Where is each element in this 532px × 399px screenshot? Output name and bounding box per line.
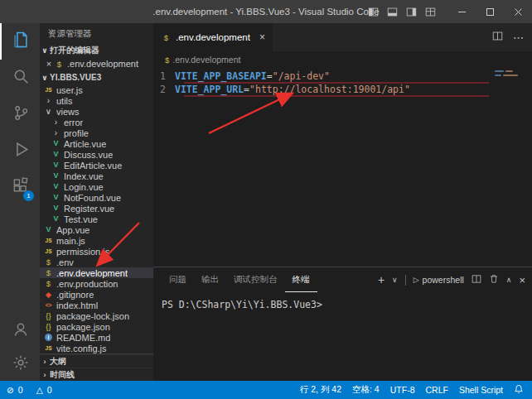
errors-count: 0 bbox=[18, 385, 23, 395]
tree-item-permission-js[interactable]: JSpermission.js bbox=[40, 246, 153, 257]
open-editors-header[interactable]: ∨ 打开的编辑器 bbox=[40, 43, 153, 57]
tab-close-icon[interactable]: × bbox=[259, 31, 265, 43]
activity-bar: 1 bbox=[0, 23, 40, 381]
activity-source-control[interactable] bbox=[0, 96, 40, 132]
tree-item-Discuss-vue[interactable]: VDiscuss.vue bbox=[40, 149, 153, 160]
split-editor-icon[interactable] bbox=[492, 31, 503, 44]
js-icon: JS bbox=[43, 246, 54, 257]
problems-indicator[interactable]: ⊘ 0 △ 0 bbox=[7, 385, 52, 395]
tree-item-profile[interactable]: ›profile bbox=[40, 127, 153, 138]
tree-item-utils[interactable]: ›utils bbox=[40, 95, 153, 106]
minimize-button[interactable] bbox=[447, 0, 476, 23]
env-file-icon: $ bbox=[161, 32, 172, 43]
tree-item--env-development[interactable]: $.env.development bbox=[40, 267, 153, 278]
vue-icon: V bbox=[51, 214, 61, 224]
toggle-sidebar-icon[interactable] bbox=[368, 7, 379, 17]
new-terminal-icon[interactable]: + bbox=[378, 273, 384, 286]
tree-item-views[interactable]: ∨views bbox=[40, 106, 153, 117]
file-label: error bbox=[64, 118, 83, 127]
file-label: Index.vue bbox=[64, 171, 104, 181]
code-line-2[interactable]: 2VITE_APP_URL="http://localhost:19001/ap… bbox=[153, 83, 532, 96]
tree-item-user-js[interactable]: JSuser.js bbox=[40, 84, 153, 95]
file-label: Register.vue bbox=[64, 204, 114, 214]
tree-item-vite-config-js[interactable]: JSvite.config.js bbox=[40, 343, 153, 353]
tree-item--env[interactable]: $.env bbox=[40, 257, 153, 267]
panel-tab-调试控制台[interactable]: 调试控制台 bbox=[226, 267, 285, 292]
cursor-position[interactable]: 行 2, 列 42 bbox=[300, 384, 341, 396]
panel-tab-输出[interactable]: 输出 bbox=[194, 267, 226, 292]
maximize-button[interactable] bbox=[476, 0, 504, 23]
errors-icon: ⊘ bbox=[7, 385, 14, 395]
outline-section[interactable]: › 大纲 bbox=[40, 354, 153, 368]
tree-item--env-production[interactable]: $.env.production bbox=[40, 278, 153, 289]
tree-item-package-lock-json[interactable]: {}package-lock.json bbox=[40, 310, 153, 321]
file-label: .env.production bbox=[56, 279, 118, 289]
minimap[interactable] bbox=[495, 70, 530, 79]
tree-item-App-vue[interactable]: VApp.vue bbox=[40, 224, 153, 235]
activity-run-debug[interactable] bbox=[0, 132, 40, 169]
tree-item-main-js[interactable]: JSmain.js bbox=[40, 235, 153, 246]
notifications-bell-icon[interactable] bbox=[514, 384, 524, 396]
eol-sequence[interactable]: CRLF bbox=[425, 385, 447, 395]
terminal-shell-selector[interactable]: ▷ powershell bbox=[414, 275, 464, 285]
tree-item-README-md[interactable]: iREADME.md bbox=[40, 332, 153, 343]
vue-icon: V bbox=[51, 181, 61, 192]
panel-tab-问题[interactable]: 问题 bbox=[162, 267, 194, 292]
close-button[interactable] bbox=[504, 0, 532, 23]
toggle-secondary-sidebar-icon[interactable] bbox=[406, 7, 417, 17]
tree-item-Register-vue[interactable]: VRegister.vue bbox=[40, 203, 153, 214]
file-label: Discuss.vue bbox=[64, 150, 113, 160]
code-line-1[interactable]: 1VITE_APP_BASEAPI="/api-dev" bbox=[153, 70, 532, 83]
project-root-header[interactable]: ∨ YI.BBS.VUE3 bbox=[40, 70, 153, 84]
status-bar: ⊘ 0 △ 0 行 2, 列 42 空格: 4 UTF-8 CRLF Shell… bbox=[0, 381, 532, 399]
breadcrumb[interactable]: $ .env.development bbox=[153, 51, 532, 68]
tree-item-EditArticle-vue[interactable]: VEditArticle.vue bbox=[40, 160, 153, 171]
tree-item-package-json[interactable]: {}package.json bbox=[40, 321, 153, 332]
encoding[interactable]: UTF-8 bbox=[390, 385, 415, 395]
file-label: package-lock.json bbox=[56, 311, 129, 321]
chevron-right-icon: › bbox=[43, 95, 54, 106]
tree-item-Article-vue[interactable]: VArticle.vue bbox=[40, 138, 153, 149]
timeline-section[interactable]: › 时间线 bbox=[40, 368, 153, 381]
tree-item--gitignore[interactable]: ◆.gitignore bbox=[40, 289, 153, 300]
split-terminal-icon[interactable] bbox=[472, 274, 481, 286]
panel-tab-终端[interactable]: 终端 bbox=[285, 267, 317, 292]
tree-item-error[interactable]: ›error bbox=[40, 117, 153, 127]
close-panel-icon[interactable]: × bbox=[519, 274, 525, 286]
code-editor[interactable]: 1VITE_APP_BASEAPI="/api-dev"2VITE_APP_UR… bbox=[153, 70, 532, 96]
chevron-right-icon: › bbox=[40, 358, 50, 366]
tree-item-Test-vue[interactable]: VTest.vue bbox=[40, 214, 153, 224]
file-label: Article.vue bbox=[64, 139, 106, 149]
breadcrumb-file[interactable]: .env.development bbox=[172, 55, 240, 65]
activity-extensions[interactable]: 1 bbox=[0, 169, 40, 205]
customize-layout-icon[interactable] bbox=[425, 7, 436, 17]
tree-item-NotFound-vue[interactable]: VNotFound.vue bbox=[40, 192, 153, 203]
more-actions-icon[interactable]: ⋯ bbox=[513, 31, 524, 44]
line-number: 1 bbox=[153, 70, 175, 83]
maximize-panel-icon[interactable]: ∧ bbox=[506, 276, 512, 284]
activity-explorer[interactable] bbox=[0, 23, 40, 60]
tree-item-Index-vue[interactable]: VIndex.vue bbox=[40, 171, 153, 181]
sidebar-bottom-sections: › 大纲 › 时间线 bbox=[40, 353, 153, 381]
file-label: .env.development bbox=[56, 268, 128, 278]
activity-settings[interactable] bbox=[0, 348, 40, 381]
file-label: App.vue bbox=[56, 225, 89, 235]
env-icon: $ bbox=[43, 278, 54, 289]
file-label: .gitignore bbox=[56, 290, 94, 300]
open-editor-item[interactable]: × $ .env.development bbox=[40, 57, 153, 70]
kill-terminal-icon[interactable] bbox=[489, 274, 499, 286]
file-tree: JSuser.js›utils∨views›error›profileVArti… bbox=[40, 84, 153, 353]
tree-item-index-html[interactable]: <>index.html bbox=[40, 300, 153, 310]
tree-item-Login-vue[interactable]: VLogin.vue bbox=[40, 181, 153, 192]
terminal-output[interactable]: PS D:\CSharp\Yi\Yi.BBS.Vue3> bbox=[153, 292, 532, 381]
toggle-panel-icon[interactable] bbox=[387, 7, 398, 17]
tab-env-development[interactable]: $ .env.development × bbox=[153, 23, 273, 51]
indentation[interactable]: 空格: 4 bbox=[352, 384, 380, 396]
vue-icon: V bbox=[51, 171, 61, 181]
terminal-dropdown-icon[interactable]: ∨ bbox=[392, 276, 398, 284]
file-label: NotFound.vue bbox=[64, 193, 121, 203]
activity-search[interactable] bbox=[0, 60, 40, 96]
activity-accounts[interactable] bbox=[0, 315, 40, 348]
close-icon[interactable]: × bbox=[44, 59, 54, 69]
language-mode[interactable]: Shell Script bbox=[459, 385, 503, 395]
